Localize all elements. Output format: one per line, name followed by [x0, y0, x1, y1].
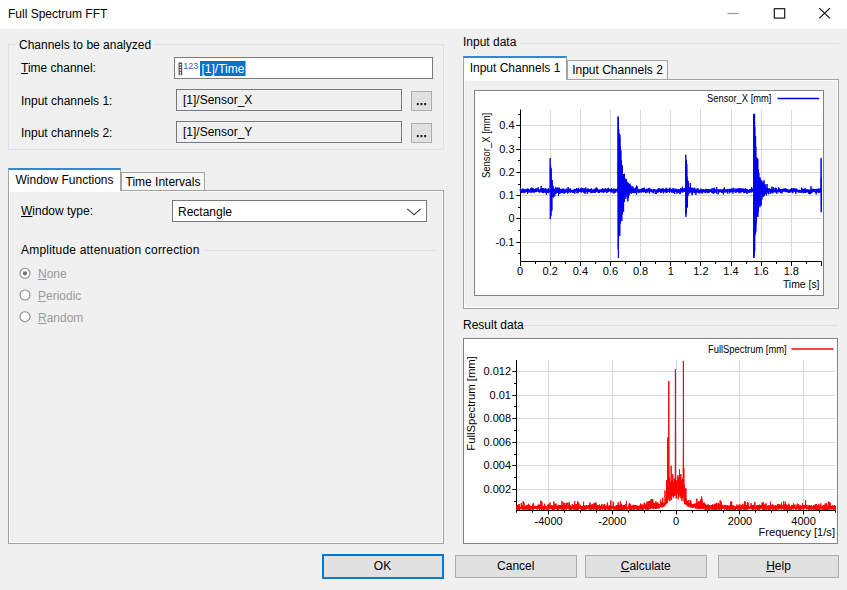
- svg-text:0.006: 0.006: [483, 436, 511, 448]
- svg-text:-2000: -2000: [598, 515, 626, 527]
- svg-text:0: 0: [508, 212, 514, 224]
- svg-text:0.01: 0.01: [490, 389, 511, 401]
- svg-text:0.008: 0.008: [483, 412, 511, 424]
- svg-text:FullSpectrum [mm]: FullSpectrum [mm]: [465, 356, 477, 451]
- svg-text:0.002: 0.002: [483, 483, 511, 495]
- svg-text:0.012: 0.012: [483, 365, 511, 377]
- svg-text:0.6: 0.6: [603, 265, 618, 277]
- svg-text:Sensor_X [mm]: Sensor_X [mm]: [480, 113, 492, 178]
- svg-text:0: 0: [673, 515, 679, 527]
- svg-text:0.004: 0.004: [483, 459, 511, 471]
- svg-text:0.1: 0.1: [499, 189, 514, 201]
- svg-text:1.4: 1.4: [723, 265, 738, 277]
- svg-text:Sensor_X [mm]: Sensor_X [mm]: [707, 93, 772, 104]
- svg-text:0.2: 0.2: [543, 265, 558, 277]
- svg-text:0: 0: [517, 265, 523, 277]
- svg-text:FullSpectrum [mm]: FullSpectrum [mm]: [708, 343, 787, 354]
- svg-text:-4000: -4000: [535, 515, 563, 527]
- svg-text:1.8: 1.8: [784, 265, 799, 277]
- svg-text:1: 1: [668, 265, 674, 277]
- svg-text:-0.1: -0.1: [496, 236, 515, 248]
- svg-text:Frequency [1/s]: Frequency [1/s]: [759, 525, 835, 537]
- svg-text:0.4: 0.4: [573, 265, 588, 277]
- svg-text:123: 123: [183, 61, 198, 71]
- svg-text:0.2: 0.2: [499, 166, 514, 178]
- svg-text:1.6: 1.6: [753, 265, 768, 277]
- svg-text:1.2: 1.2: [693, 265, 708, 277]
- svg-text:0.4: 0.4: [499, 119, 514, 131]
- svg-text:2000: 2000: [728, 515, 752, 527]
- svg-text:Time [s]: Time [s]: [783, 278, 820, 290]
- svg-text:0.8: 0.8: [633, 265, 648, 277]
- svg-text:0.3: 0.3: [499, 143, 514, 155]
